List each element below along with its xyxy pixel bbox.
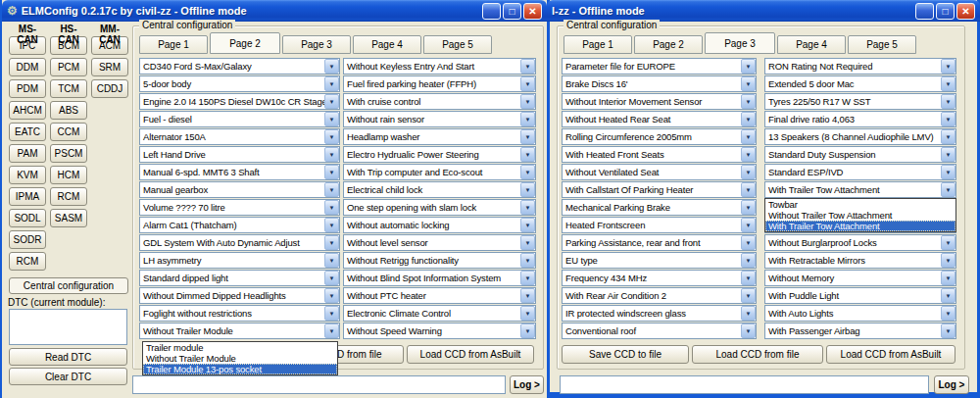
chevron-down-icon[interactable]: ▼: [741, 253, 756, 268]
dropdown-item[interactable]: Without Trailer Tow Attachment: [765, 210, 956, 221]
module-button-hcm[interactable]: HCM: [50, 166, 87, 184]
dropdown-item[interactable]: Without Trailer Module: [143, 353, 337, 364]
config-combo[interactable]: Final drive ratio 4,063▼: [764, 111, 956, 127]
config-combo[interactable]: Without Trailer Module▼: [139, 323, 340, 339]
chevron-down-icon[interactable]: ▼: [324, 271, 339, 285]
config-combo[interactable]: Manual gearbox▼: [139, 181, 340, 198]
config-combo[interactable]: Parking Assistance, rear and front▼: [562, 234, 757, 251]
module-button-sasm[interactable]: SASM: [50, 209, 87, 227]
config-combo[interactable]: With Heated Front Seats▼: [562, 146, 757, 163]
minimize-button[interactable]: _: [915, 3, 934, 20]
chevron-down-icon[interactable]: ▼: [324, 323, 339, 338]
module-button-pcm[interactable]: PCM: [50, 58, 87, 76]
dtc-listbox[interactable]: [9, 309, 127, 345]
config-combo[interactable]: One step opening with slam lock▼: [343, 199, 536, 216]
module-button-ccm[interactable]: CCM: [50, 123, 87, 141]
module-button-eatc[interactable]: EATC: [9, 123, 46, 141]
close-button[interactable]: ✕: [956, 3, 975, 20]
close-button[interactable]: ✕: [523, 3, 542, 20]
tab-page-1[interactable]: Page 1: [564, 35, 632, 54]
dropdown-item[interactable]: With Trailer Tow Attachment: [765, 221, 956, 231]
chevron-down-icon[interactable]: ▼: [520, 165, 535, 179]
chevron-down-icon[interactable]: ▼: [520, 182, 535, 197]
chevron-down-icon[interactable]: ▼: [324, 147, 339, 162]
config-combo[interactable]: Without Ventilated Seat▼: [562, 164, 757, 180]
chevron-down-icon[interactable]: ▼: [520, 271, 535, 285]
chevron-down-icon[interactable]: ▼: [520, 306, 535, 321]
config-combo[interactable]: Without Heated Rear Seat▼: [562, 111, 757, 127]
chevron-down-icon[interactable]: ▼: [741, 323, 756, 338]
config-combo[interactable]: Without Blind Spot Information System▼: [343, 270, 536, 286]
load-ccd-asbuilt-button[interactable]: Load CCD from AsBuilt: [407, 345, 534, 364]
chevron-down-icon[interactable]: ▼: [941, 182, 956, 197]
config-combo[interactable]: With cruise control▼: [343, 93, 536, 110]
module-button-cddj[interactable]: CDDJ: [91, 79, 128, 98]
log-button[interactable]: Log >: [510, 375, 544, 394]
chevron-down-icon[interactable]: ▼: [324, 182, 339, 197]
chevron-down-icon[interactable]: ▼: [324, 235, 339, 250]
chevron-down-icon[interactable]: ▼: [324, 112, 339, 126]
tab-page-3[interactable]: Page 3: [705, 32, 775, 54]
chevron-down-icon[interactable]: ▼: [741, 235, 756, 250]
load-ccd-file-button[interactable]: Load CCD from file: [692, 345, 823, 364]
tab-page-1[interactable]: Page 1: [139, 35, 208, 54]
chevron-down-icon[interactable]: ▼: [741, 94, 756, 109]
minimize-button[interactable]: _: [482, 3, 501, 20]
config-combo[interactable]: With Puddle Light▼: [764, 287, 956, 304]
config-combo[interactable]: Without Retrigg functionality▼: [343, 252, 536, 269]
config-combo[interactable]: Fuel fired parking heater (FFPH)▼: [343, 75, 536, 92]
chevron-down-icon[interactable]: ▼: [324, 129, 339, 144]
chevron-down-icon[interactable]: ▼: [741, 129, 756, 144]
module-button-pam[interactable]: PAM: [9, 144, 46, 163]
chevron-down-icon[interactable]: ▼: [324, 253, 339, 268]
config-combo[interactable]: Electro Hydrualic Power Steering▼: [343, 146, 536, 163]
module-button-sodl[interactable]: SODL: [9, 209, 46, 227]
config-combo[interactable]: Heated Frontscreen▼: [562, 217, 757, 233]
config-combo[interactable]: Without Memory▼: [764, 270, 956, 286]
config-combo[interactable]: Parameter file for EUROPE▼: [562, 58, 757, 75]
chevron-down-icon[interactable]: ▼: [741, 271, 756, 285]
chevron-down-icon[interactable]: ▼: [941, 235, 956, 250]
config-combo[interactable]: Without Burglarproof Locks▼: [764, 234, 956, 251]
chevron-down-icon[interactable]: ▼: [520, 218, 535, 232]
save-ccd-button[interactable]: Save CCD to file: [562, 345, 689, 364]
config-combo[interactable]: Mechanical Parking Brake▼: [562, 199, 757, 216]
load-ccd-asbuilt-button[interactable]: Load CCD from AsBuilt: [826, 345, 956, 364]
module-button-ipma[interactable]: IPMA: [9, 187, 46, 206]
chevron-down-icon[interactable]: ▼: [741, 112, 756, 126]
config-combo[interactable]: EU type▼: [562, 252, 757, 269]
config-combo[interactable]: 5-door body▼: [139, 75, 340, 92]
chevron-down-icon[interactable]: ▼: [941, 271, 956, 285]
config-combo[interactable]: IR protected windscreen glass▼: [562, 305, 757, 322]
config-combo[interactable]: Conventional roof▼: [562, 323, 757, 339]
chevron-down-icon[interactable]: ▼: [324, 165, 339, 179]
read-dtc-button[interactable]: Read DTC: [9, 348, 127, 366]
chevron-down-icon[interactable]: ▼: [941, 165, 956, 179]
chevron-down-icon[interactable]: ▼: [324, 76, 339, 91]
module-button-ddm[interactable]: DDM: [9, 58, 46, 76]
chevron-down-icon[interactable]: ▼: [520, 288, 535, 303]
chevron-down-icon[interactable]: ▼: [941, 147, 956, 162]
tab-page-5[interactable]: Page 5: [423, 35, 492, 54]
chevron-down-icon[interactable]: ▼: [520, 112, 535, 126]
module-button-sodr[interactable]: SODR: [9, 230, 46, 249]
chevron-down-icon[interactable]: ▼: [941, 253, 956, 268]
config-combo[interactable]: Electronic Climate Control▼: [343, 305, 536, 322]
module-button-rcm[interactable]: RCM: [9, 252, 46, 271]
config-combo[interactable]: With Callstart Of Parking Heater▼: [562, 181, 757, 198]
config-combo[interactable]: Manual 6-spd. MMT6 3 Shaft▼: [139, 164, 340, 180]
config-combo[interactable]: Alternator 150A▼: [139, 128, 340, 145]
config-combo[interactable]: With Rear Air Condition 2▼: [562, 287, 757, 304]
chevron-down-icon[interactable]: ▼: [741, 59, 756, 74]
chevron-down-icon[interactable]: ▼: [741, 306, 756, 321]
tab-page-4[interactable]: Page 4: [777, 35, 846, 54]
tab-page-3[interactable]: Page 3: [282, 35, 351, 54]
config-combo[interactable]: Standard Duty Suspension▼: [764, 146, 956, 163]
config-combo[interactable]: RON Rating Not Required▼: [764, 58, 956, 75]
chevron-down-icon[interactable]: ▼: [520, 235, 535, 250]
config-combo[interactable]: Without PTC heater▼: [343, 287, 536, 304]
chevron-down-icon[interactable]: ▼: [520, 200, 535, 215]
chevron-down-icon[interactable]: ▼: [520, 323, 535, 338]
config-combo[interactable]: Frequency 434 MHz▼: [562, 270, 757, 286]
module-button-kvm[interactable]: KVM: [9, 166, 46, 184]
